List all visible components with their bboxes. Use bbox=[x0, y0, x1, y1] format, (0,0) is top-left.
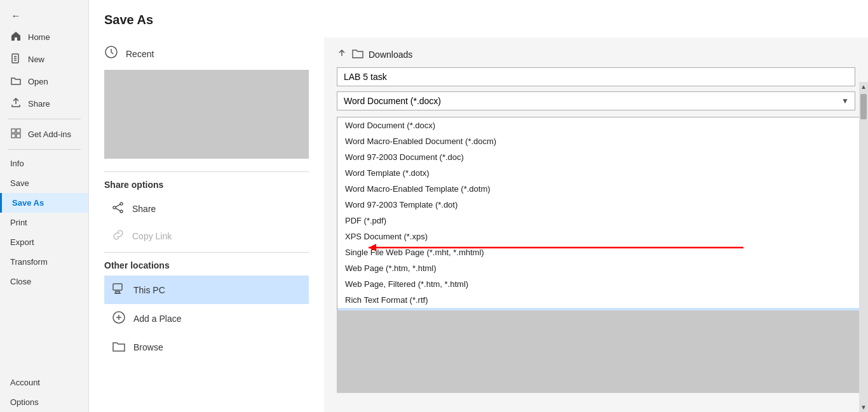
sidebar-transform-label: Transform bbox=[10, 257, 48, 267]
svg-point-11 bbox=[113, 206, 116, 209]
right-panel: Downloads Word Document (*.docx)Word Mac… bbox=[324, 37, 868, 412]
scroll-up-arrow[interactable]: ▲ bbox=[859, 82, 868, 91]
left-panel: Recent Share options Share Copy Link Oth… bbox=[89, 37, 324, 412]
add-place-label: Add a Place bbox=[133, 314, 182, 324]
svg-point-9 bbox=[120, 203, 123, 205]
copy-link-button[interactable]: Copy Link bbox=[104, 222, 309, 249]
sidebar-share-label: Share bbox=[28, 99, 50, 109]
browse-button[interactable]: Browse bbox=[104, 333, 309, 361]
sidebar-back-button[interactable]: ← bbox=[0, 5, 88, 26]
right-scrollbar[interactable]: ▲ ▼ bbox=[859, 82, 868, 412]
sidebar-item-home[interactable]: Home bbox=[0, 26, 88, 48]
svg-rect-5 bbox=[17, 129, 20, 133]
svg-rect-7 bbox=[17, 134, 20, 138]
save-header: Downloads bbox=[324, 37, 868, 67]
sidebar-info-label: Info bbox=[10, 159, 24, 168]
sidebar-options-label: Options bbox=[10, 397, 39, 407]
share-options-label: Share options bbox=[104, 180, 309, 190]
recent-section[interactable]: Recent bbox=[104, 37, 309, 70]
share-icon bbox=[10, 98, 22, 110]
sidebar-item-new[interactable]: New bbox=[0, 48, 88, 70]
dropdown-item[interactable]: PDF (*.pdf) bbox=[337, 213, 867, 229]
sidebar-item-share[interactable]: Share bbox=[0, 93, 88, 115]
format-select[interactable]: Word Document (*.docx)Word Macro-Enabled… bbox=[337, 91, 855, 110]
sidebar-close-label: Close bbox=[10, 277, 31, 286]
sidebar-item-account[interactable]: Account bbox=[0, 373, 88, 392]
dropdown-item[interactable]: Web Page (*.htm, *.html) bbox=[337, 260, 867, 276]
addins-icon bbox=[10, 128, 22, 140]
sidebar-home-label: Home bbox=[28, 32, 50, 42]
back-icon: ← bbox=[10, 10, 22, 21]
sidebar-account-label: Account bbox=[10, 378, 40, 387]
sidebar-new-label: New bbox=[28, 55, 44, 64]
sidebar-item-options[interactable]: Options bbox=[0, 392, 88, 412]
svg-rect-4 bbox=[11, 129, 15, 133]
dropdown-item[interactable]: Word Template (*.dotx) bbox=[337, 165, 867, 181]
dropdown-item[interactable]: Rich Text Format (*.rtf) bbox=[337, 292, 867, 308]
dropdown-item[interactable]: Word Macro-Enabled Template (*.dotm) bbox=[337, 181, 867, 197]
bottom-preview bbox=[337, 310, 868, 393]
this-pc-icon bbox=[112, 282, 126, 298]
open-icon bbox=[10, 76, 22, 88]
sidebar-item-info[interactable]: Info bbox=[0, 154, 88, 173]
svg-point-10 bbox=[120, 210, 123, 213]
svg-rect-14 bbox=[113, 284, 122, 290]
add-place-button[interactable]: Add a Place bbox=[104, 304, 309, 333]
sidebar-item-open[interactable]: Open bbox=[0, 70, 88, 93]
format-select-container: Word Document (*.docx)Word Macro-Enabled… bbox=[337, 91, 855, 110]
sidebar-saveas-label: Save As bbox=[12, 198, 44, 208]
sidebar-save-label: Save bbox=[10, 178, 29, 188]
other-locations-label: Other locations bbox=[104, 260, 309, 270]
sidebar-item-close[interactable]: Close bbox=[0, 272, 88, 291]
this-pc-label: This PC bbox=[133, 285, 165, 295]
copy-link-label: Copy Link bbox=[132, 231, 172, 241]
svg-line-13 bbox=[116, 204, 120, 207]
dropdown-item[interactable]: Single File Web Page (*.mht, *.mhtml) bbox=[337, 244, 867, 260]
sidebar-item-saveas[interactable]: Save As bbox=[0, 193, 88, 213]
up-arrow-icon[interactable] bbox=[337, 48, 347, 61]
sidebar-divider-2 bbox=[8, 149, 81, 150]
divider-share bbox=[104, 171, 309, 172]
recent-label: Recent bbox=[126, 49, 154, 59]
share-option-icon bbox=[112, 201, 125, 216]
share-button[interactable]: Share bbox=[104, 195, 309, 222]
sidebar-addins-label: Get Add-ins bbox=[28, 130, 71, 139]
scrollbar-thumb[interactable] bbox=[860, 94, 867, 119]
clock-icon bbox=[104, 45, 118, 62]
sidebar-item-export[interactable]: Export bbox=[0, 232, 88, 252]
new-icon bbox=[10, 53, 22, 65]
dropdown-item[interactable]: Word Macro-Enabled Document (*.docm) bbox=[337, 133, 867, 149]
browse-label: Browse bbox=[133, 342, 163, 352]
sidebar-print-label: Print bbox=[10, 218, 27, 227]
dropdown-item[interactable]: Word Document (*.docx) bbox=[337, 117, 867, 133]
sidebar-item-save[interactable]: Save bbox=[0, 173, 88, 193]
recent-preview bbox=[104, 70, 309, 159]
dropdown-item[interactable]: XPS Document (*.xps) bbox=[337, 229, 867, 244]
copy-link-icon bbox=[112, 229, 125, 243]
scroll-down-arrow[interactable]: ▼ bbox=[859, 402, 868, 412]
share-label: Share bbox=[132, 204, 156, 214]
sidebar-divider-1 bbox=[8, 119, 81, 119]
format-dropdown-list: Word Document (*.docx)Word Macro-Enabled… bbox=[337, 117, 868, 333]
this-pc-button[interactable]: This PC bbox=[104, 276, 309, 304]
sidebar-export-label: Export bbox=[10, 237, 34, 247]
sidebar: ← Home New Open Share Get Add-ins Info bbox=[0, 0, 89, 412]
sidebar-item-transform[interactable]: Transform bbox=[0, 252, 88, 272]
folder-icon bbox=[352, 48, 363, 61]
svg-rect-6 bbox=[11, 134, 15, 138]
dropdown-item[interactable]: Web Page, Filtered (*.htm, *.html) bbox=[337, 276, 867, 292]
sidebar-open-label: Open bbox=[28, 77, 48, 86]
dropdown-item[interactable]: Word 97-2003 Template (*.dot) bbox=[337, 197, 867, 213]
filename-input[interactable] bbox=[337, 67, 855, 86]
divider-locations bbox=[104, 252, 309, 253]
home-icon bbox=[10, 31, 22, 43]
main-content: Save As Recent Share options Share bbox=[89, 0, 868, 412]
browse-icon bbox=[112, 339, 126, 355]
svg-line-12 bbox=[116, 208, 120, 211]
page-title: Save As bbox=[89, 0, 868, 37]
sidebar-item-addins[interactable]: Get Add-ins bbox=[0, 123, 88, 145]
breadcrumb: Downloads bbox=[369, 50, 412, 60]
dropdown-item[interactable]: Word 97-2003 Document (*.doc) bbox=[337, 149, 867, 165]
sidebar-item-print[interactable]: Print bbox=[0, 213, 88, 232]
add-place-icon bbox=[112, 310, 126, 326]
